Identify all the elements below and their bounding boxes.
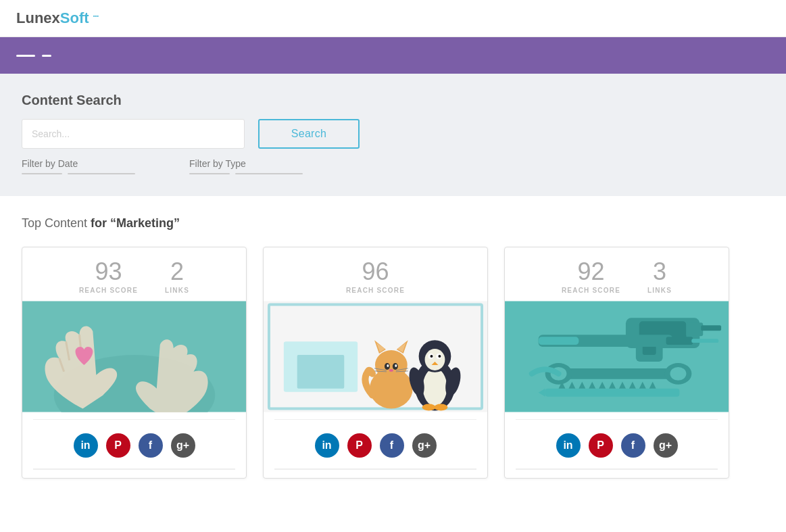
svg-rect-38 [701,325,721,331]
card-1-divider [33,419,235,420]
svg-point-16 [389,369,393,372]
google-icon-2[interactable]: g+ [412,433,437,458]
svg-rect-43 [691,339,718,343]
google-icon-3[interactable]: g+ [654,433,678,458]
svg-point-14 [387,364,389,367]
svg-point-33 [434,404,447,411]
card-1-links-label: LINKS [165,287,189,294]
card-2-social: in P f g+ [264,427,487,468]
filter-date-label: Filter by Date [22,158,135,169]
top-content-prefix: Top Content [22,216,91,230]
google-icon-1[interactable]: g+ [171,433,195,458]
svg-point-24 [425,349,445,370]
svg-rect-45 [559,368,680,379]
card-1: 93 REACH SCORE 2 LINKS [22,247,247,479]
facebook-icon-1[interactable]: f [139,433,163,458]
search-section: Content Search Search Filter by Date Fil… [0,74,786,196]
svg-rect-42 [666,337,693,345]
card-3-links-value: 3 [647,260,672,284]
facebook-icon-2[interactable]: f [380,433,404,458]
svg-point-7 [375,350,408,380]
card-1-reach-label: REACH SCORE [79,287,138,294]
card-2-image [264,301,487,412]
card-2-divider [274,419,476,420]
filter-date-underlines [22,173,135,174]
svg-rect-37 [686,322,703,336]
menu-line-2 [42,55,51,57]
card-2-reach-label: REACH SCORE [346,287,405,294]
svg-point-32 [422,404,436,411]
svg-rect-50 [545,389,680,397]
search-title: Content Search [22,93,764,108]
header: LunexSoft ••• [0,0,786,37]
filter-line-4 [235,173,303,174]
svg-rect-44 [539,337,579,345]
svg-point-22 [423,368,447,406]
card-2-stats: 96 REACH SCORE [264,247,487,301]
card-3-reach-label: REACH SCORE [562,287,620,294]
svg-point-49 [670,367,687,381]
svg-rect-5 [297,355,345,389]
card-1-reach: 93 REACH SCORE [79,260,138,294]
filter-line-3 [189,173,230,174]
pinterest-icon-1[interactable]: P [106,433,130,458]
filter-row: Filter by Date Filter by Type [22,158,764,174]
card-3: 92 REACH SCORE 3 LINKS [504,247,729,479]
logo-part1: Lunex [16,9,60,26]
logo-part2: Soft [60,9,89,26]
card-2-reach-score: 96 [346,260,405,284]
card-1-social: in P f g+ [22,427,246,468]
filter-line-1 [22,173,62,174]
top-content-query: for “Marketing” [91,216,180,230]
card-1-image [22,301,246,412]
search-button[interactable]: Search [258,119,360,149]
card-1-links: 2 LINKS [165,260,189,294]
card-3-links-label: LINKS [647,287,672,294]
search-input[interactable] [22,119,245,149]
linkedin-icon-3[interactable]: in [556,433,581,458]
card-2-reach: 96 REACH SCORE [346,260,405,294]
card-3-links: 3 LINKS [647,260,672,294]
menu-icon[interactable] [42,55,51,57]
card-3-bottom-line [516,468,718,470]
search-row: Search [22,119,764,149]
card-3-image [505,301,729,412]
facebook-icon-3[interactable]: f [621,433,645,458]
card-3-stats: 92 REACH SCORE 3 LINKS [505,247,729,301]
card-2-bottom-line [274,468,476,470]
card-3-social: in P f g+ [505,427,729,468]
card-1-bottom-line [33,468,235,470]
filter-type-group: Filter by Type [189,158,303,174]
svg-point-15 [395,364,397,367]
filter-line-2 [68,173,135,174]
menu-line-1 [16,55,35,57]
card-3-reach: 92 REACH SCORE [562,260,620,294]
filter-date-group: Filter by Date [22,158,135,174]
svg-point-27 [431,355,433,358]
svg-point-28 [438,355,441,358]
top-content-title: Top Content for “Marketing” [22,216,764,231]
filter-type-underlines [189,173,303,174]
logo: LunexSoft ••• [16,9,99,27]
card-3-divider [516,419,718,420]
card-1-reach-score: 93 [79,260,138,284]
card-1-links-value: 2 [165,260,189,284]
card-1-stats: 93 REACH SCORE 2 LINKS [22,247,246,301]
card-3-reach-score: 92 [562,260,620,284]
pinterest-icon-3[interactable]: P [589,433,613,458]
nav-bar[interactable] [0,37,786,74]
pinterest-icon-2[interactable]: P [347,433,372,458]
linkedin-icon-1[interactable]: in [74,433,98,458]
filter-type-label: Filter by Type [189,158,303,169]
card-2: 96 REACH SCORE [263,247,488,479]
cards-row: 93 REACH SCORE 2 LINKS [22,247,764,479]
linkedin-icon-2[interactable]: in [315,433,339,458]
main-content: Top Content for “Marketing” 93 REACH SCO… [0,196,786,499]
